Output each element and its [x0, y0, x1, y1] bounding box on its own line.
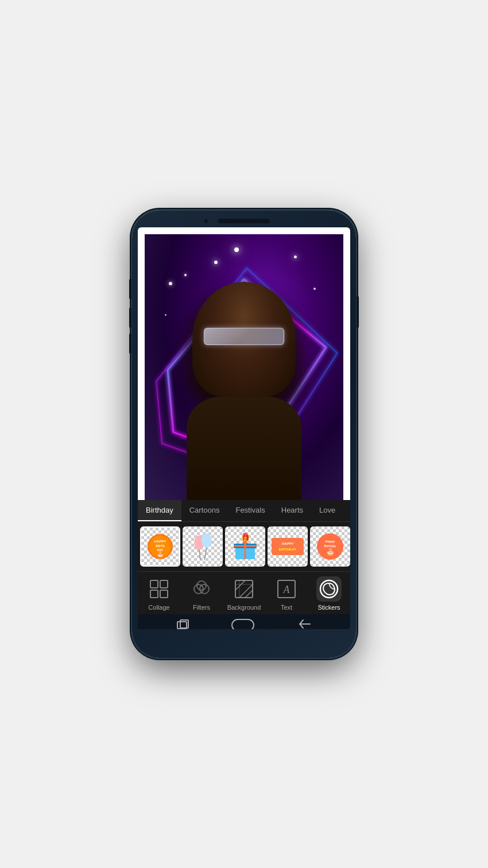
camera-right-icon [279, 218, 285, 224]
camera-left-icon [203, 218, 209, 224]
collage-icon [146, 576, 172, 602]
text-label: Text [281, 604, 292, 611]
photo-frame [145, 234, 343, 500]
background-icon [231, 576, 257, 602]
svg-text:BIRTH: BIRTH [156, 544, 165, 548]
stickers-icon [316, 576, 342, 602]
collage-label: Collage [148, 604, 169, 611]
tool-filters[interactable]: Filters [180, 576, 223, 611]
svg-rect-30 [150, 580, 158, 588]
person-overlay [187, 282, 301, 500]
category-tab-love[interactable]: Love [311, 500, 343, 521]
category-tab-birthday[interactable]: Birthday [138, 500, 181, 521]
nav-home-button[interactable] [231, 619, 254, 629]
sticker-item-3[interactable]: 🎁 [225, 526, 265, 567]
speaker-icon [218, 219, 270, 223]
sticker-items-row: HAPPY BIRTH DAY 🎂 [138, 522, 350, 571]
phone-nav-bar [138, 614, 350, 629]
sticker-item-4[interactable]: HAPPY BIRTHDAY [268, 526, 308, 567]
category-tab-hearts[interactable]: Hearts [273, 500, 311, 521]
svg-rect-32 [150, 590, 158, 598]
sticker-item-5[interactable]: Happy Birthday 🎂 [310, 526, 350, 567]
svg-point-9 [201, 533, 211, 548]
bottom-toolbar: Collage Filters [138, 571, 350, 614]
filters-icon [189, 576, 214, 602]
category-tab-festivals[interactable]: Festivals [227, 500, 273, 521]
nav-back-button[interactable] [299, 619, 311, 629]
tool-background[interactable]: Background [223, 576, 265, 611]
svg-text:Happy: Happy [326, 540, 336, 543]
tool-collage[interactable]: Collage [138, 576, 180, 611]
svg-line-10 [199, 549, 200, 559]
svg-text:🎂: 🎂 [157, 551, 164, 558]
text-icon: A [274, 576, 299, 602]
stickers-label: Stickers [317, 604, 340, 611]
filters-label: Filters [193, 604, 210, 611]
svg-text:🎂: 🎂 [326, 547, 335, 556]
sticker-item-1[interactable]: HAPPY BIRTH DAY 🎂 [140, 526, 180, 567]
phone-top-bar [138, 218, 350, 224]
svg-line-11 [204, 548, 207, 560]
phone-screen: Birthday Cartoons Festivals Hearts Love … [138, 227, 350, 629]
tool-stickers[interactable]: Stickers [308, 576, 350, 611]
svg-text:🎁: 🎁 [241, 533, 250, 542]
svg-rect-33 [160, 590, 168, 598]
category-tab-pa[interactable]: Pa... [343, 500, 350, 521]
svg-rect-37 [235, 580, 253, 598]
svg-text:BIRTHDAY: BIRTHDAY [279, 548, 296, 551]
svg-text:HAPPY: HAPPY [282, 542, 294, 545]
background-label: Background [227, 604, 261, 611]
tool-text[interactable]: A Text [265, 576, 308, 611]
nav-recent-button[interactable] [177, 621, 187, 629]
sticker-categories: Birthday Cartoons Festivals Hearts Love … [138, 500, 350, 522]
svg-rect-31 [160, 580, 168, 588]
phone-device: Birthday Cartoons Festivals Hearts Love … [132, 210, 356, 658]
svg-text:HAPPY: HAPPY [154, 540, 166, 543]
svg-rect-18 [272, 538, 304, 555]
sticker-item-2[interactable] [183, 526, 223, 567]
svg-text:A: A [283, 584, 291, 595]
category-tab-cartoons[interactable]: Cartoons [181, 500, 228, 521]
photo-area [138, 227, 350, 500]
